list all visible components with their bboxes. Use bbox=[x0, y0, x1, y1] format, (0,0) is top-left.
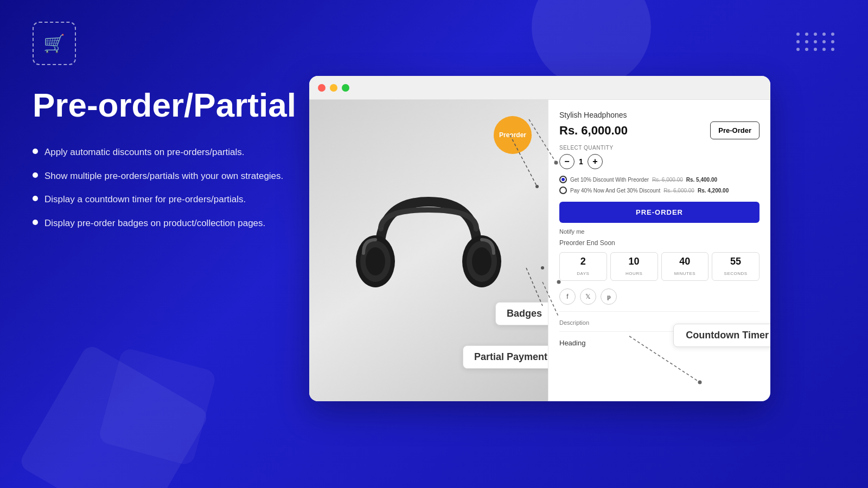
quantity-control: − 1 + bbox=[559, 154, 760, 169]
bg-shape-2 bbox=[98, 347, 217, 466]
discount-final-1: Rs. 5,400.00 bbox=[686, 177, 717, 183]
browser-titlebar bbox=[309, 76, 770, 100]
bullet-3 bbox=[33, 196, 38, 201]
discount-original-2: Rs. 6,000.00 bbox=[663, 188, 694, 194]
preorder-end-label: Preorder End Soon bbox=[559, 239, 760, 247]
countdown-hours-label: HOURS bbox=[626, 271, 642, 276]
select-quantity-label: SELECT QUANTITY bbox=[559, 145, 760, 151]
bullet-2 bbox=[33, 172, 38, 178]
countdown-seconds: 55 SECONDS bbox=[712, 252, 760, 281]
browser-content: Preorder Badges Partial Payment Sty bbox=[309, 100, 770, 401]
preorder-main-button[interactable]: PRE-ORDER bbox=[559, 202, 760, 223]
partial-payment-callout: Partial Payment bbox=[463, 345, 548, 369]
social-twitter-btn[interactable]: 𝕏 bbox=[580, 288, 596, 305]
feature-item-2: Show multiple pre-orders/partials with y… bbox=[33, 169, 336, 183]
bullet-1 bbox=[33, 149, 38, 154]
countdown-minutes-label: MINUTES bbox=[674, 271, 696, 276]
countdown-seconds-value: 55 bbox=[714, 256, 757, 267]
countdown-hours: 10 HOURS bbox=[610, 252, 658, 281]
countdown-hours-value: 10 bbox=[613, 256, 655, 267]
discount-row-1[interactable]: Get 10% Discount With Preorder Rs. 6,000… bbox=[559, 176, 760, 183]
qty-value: 1 bbox=[579, 157, 583, 166]
window-maximize-btn[interactable] bbox=[342, 84, 349, 92]
social-facebook-btn[interactable]: f bbox=[559, 288, 576, 305]
countdown-timer-callout: Countdown Timer bbox=[673, 324, 770, 347]
discount-options: Get 10% Discount With Preorder Rs. 6,000… bbox=[559, 176, 760, 194]
notify-me: Notify me bbox=[559, 228, 760, 235]
browser-window: Preorder Badges Partial Payment Sty bbox=[309, 76, 770, 401]
feature-item-3: Display a countdown timer for pre-orders… bbox=[33, 192, 336, 207]
countdown-days-label: DAYS bbox=[577, 271, 589, 276]
logo-icon: 🛒 bbox=[43, 33, 65, 54]
badges-callout: Badges bbox=[495, 302, 548, 325]
discount-label-1: Get 10% Discount With Preorder bbox=[570, 177, 649, 183]
svg-point-2 bbox=[366, 247, 385, 275]
bullet-4 bbox=[33, 220, 38, 225]
product-image-area: Preorder Badges Partial Payment bbox=[309, 100, 548, 401]
window-close-btn[interactable] bbox=[318, 84, 326, 92]
headphone-svg bbox=[347, 175, 510, 326]
discount-original-1: Rs. 6,000.00 bbox=[652, 177, 683, 183]
app-logo: 🛒 bbox=[33, 22, 76, 65]
product-info-panel: Stylish Headphones Rs. 6,000.00 Pre-Orde… bbox=[548, 100, 770, 401]
qty-increase-btn[interactable]: + bbox=[588, 154, 603, 169]
preorder-top-button[interactable]: Pre-Order bbox=[710, 121, 760, 139]
product-name: Stylish Headphones bbox=[559, 111, 760, 119]
feature-list: Apply automatic discounts on pre-orders/… bbox=[33, 145, 336, 230]
discount-label-2: Pay 40% Now And Get 30% Discount bbox=[570, 188, 660, 194]
radio-1[interactable] bbox=[559, 176, 567, 183]
left-panel: Pre-order/Partial Apply automatic discou… bbox=[33, 87, 336, 230]
svg-point-5 bbox=[472, 247, 492, 275]
countdown-days: 2 DAYS bbox=[559, 252, 607, 281]
preorder-badge: Preorder bbox=[494, 116, 532, 154]
countdown-seconds-label: SECONDS bbox=[724, 271, 748, 276]
product-price-row: Rs. 6,000.00 Pre-Order bbox=[559, 121, 760, 139]
window-minimize-btn[interactable] bbox=[330, 84, 337, 92]
discount-row-2[interactable]: Pay 40% Now And Get 30% Discount Rs. 6,0… bbox=[559, 187, 760, 194]
feature-item-4: Display pre-order badges on product/coll… bbox=[33, 216, 336, 230]
main-title: Pre-order/Partial bbox=[33, 87, 336, 124]
discount-final-2: Rs. 4,200.00 bbox=[698, 188, 729, 194]
qty-decrease-btn[interactable]: − bbox=[559, 154, 575, 169]
social-pinterest-btn[interactable]: 𝐩 bbox=[601, 288, 617, 305]
countdown-days-value: 2 bbox=[562, 256, 604, 267]
bg-circle bbox=[532, 0, 651, 87]
radio-2[interactable] bbox=[559, 187, 567, 194]
feature-item-1: Apply automatic discounts on pre-orders/… bbox=[33, 145, 336, 159]
countdown-minutes-value: 40 bbox=[664, 256, 706, 267]
dot-grid bbox=[796, 33, 835, 51]
heading-label: Heading bbox=[559, 339, 585, 347]
countdown-minutes: 40 MINUTES bbox=[661, 252, 709, 281]
countdown-row: 2 DAYS 10 HOURS 40 MINUTES 55 SECONDS bbox=[559, 252, 760, 281]
product-price: Rs. 6,000.00 bbox=[559, 124, 628, 138]
social-row: f 𝕏 𝐩 bbox=[559, 288, 760, 305]
bg-shape-1 bbox=[17, 343, 210, 488]
description-label: Description bbox=[559, 319, 589, 326]
